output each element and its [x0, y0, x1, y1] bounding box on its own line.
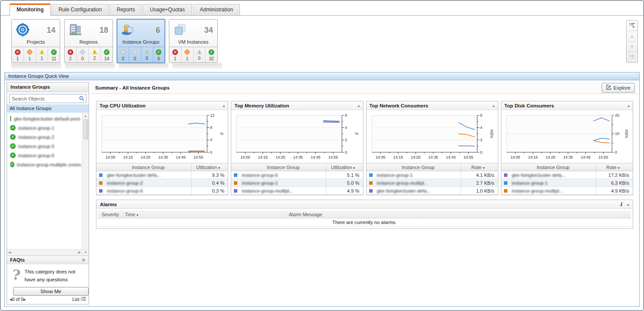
list-item[interactable]: instance-group-6 [7, 151, 82, 160]
value-header[interactable]: Utilization ▾ [326, 163, 363, 171]
tab-rule-configuration[interactable]: Rule Configuration [51, 4, 109, 15]
table-row[interactable]: gke-fsmgkecluster-defa...1.0 KB/s [367, 187, 498, 195]
next-page-icon[interactable]: ▶ [24, 298, 26, 301]
scroll-left-icon[interactable]: ◀ [8, 251, 10, 254]
table-row[interactable]: gke-fsmgkecluster-defa...9.3 % [96, 171, 228, 179]
status-fatal[interactable]: 2 [65, 47, 76, 62]
table-row[interactable]: instance-group-16.3 KB/s [501, 179, 633, 187]
status-normal[interactable]: 32 [205, 47, 217, 62]
critical-icon [27, 49, 33, 55]
svg-text:4: 4 [345, 125, 347, 130]
list-item[interactable]: gke-fsmgkecluster-default-pool- [7, 114, 82, 123]
search-input[interactable] [9, 94, 86, 103]
list-item[interactable]: instance-group-5 [7, 142, 82, 151]
scroll-down-icon[interactable]: ▼ [82, 249, 89, 256]
svg-text:14:45: 14:45 [311, 155, 320, 159]
table-row[interactable]: instance-group-multipl...2.7 KB/s [367, 179, 498, 187]
table-row[interactable]: instance-group-60.3 % [96, 187, 228, 195]
cpu-table: Instance GroupUtilization ▾ gke-fsmgkecl… [96, 163, 228, 195]
tab-administration[interactable]: Administration [193, 4, 240, 15]
list-view-toggle[interactable]: List [72, 297, 86, 302]
name-header[interactable]: Instance Group [106, 163, 191, 171]
status-warning[interactable]: 2 [89, 47, 101, 62]
collapse-icon[interactable]: ▴ [627, 202, 629, 207]
status-ok-icon [10, 162, 14, 167]
series-swatch [99, 173, 103, 177]
tile-projects[interactable]: 14 Projects 1 1 1 11 [11, 19, 60, 63]
scroll-right-icon[interactable]: ▶ [79, 251, 81, 254]
svg-text:14:15: 14:15 [393, 155, 403, 159]
tab-usage-quotas[interactable]: Usage+Quotas [143, 4, 192, 15]
tab-reports[interactable]: Reports [110, 4, 142, 15]
name-header[interactable]: Instance Group [510, 163, 596, 171]
table-row[interactable]: instance-group-20.4 % [96, 179, 228, 187]
status-critical[interactable]: 1 [24, 47, 36, 62]
status-normal[interactable]: 14 [100, 47, 113, 62]
list-item[interactable]: instance-group-multiple-zones [7, 160, 82, 169]
show-me-button[interactable]: Show Me [13, 287, 89, 296]
info-icon[interactable]: i [620, 201, 622, 207]
value-header[interactable]: Utilization ▾ [191, 163, 228, 171]
critical-icon [79, 49, 86, 55]
table-row[interactable]: instance-group-14.1 KB/s [367, 171, 498, 179]
swatch-header [231, 163, 240, 171]
svg-text:4: 4 [210, 138, 212, 142]
collapse-icon[interactable]: ▴ [627, 104, 630, 108]
vertical-scrollbar[interactable]: ▲ [82, 113, 89, 249]
table-row[interactable]: instance-group-65.1 % [231, 171, 363, 179]
horizontal-scrollbar[interactable]: ◀ ▶ [7, 249, 82, 256]
table-row[interactable]: instance-group-multipl...4.9 % [231, 187, 363, 195]
svg-text:2: 2 [345, 138, 347, 142]
list-item[interactable]: instance-group-1 [7, 123, 82, 132]
collapse-icon[interactable]: ▴ [358, 104, 360, 108]
message-column-header[interactable]: Alarm Message [286, 212, 631, 217]
table-row[interactable]: instance-group-multipl...4.9 KB/s [501, 187, 633, 195]
svg-text:2: 2 [480, 138, 482, 142]
status-ok-icon [10, 143, 16, 149]
collapse-chevron-icon[interactable]: » [81, 259, 87, 262]
severity-column-header[interactable]: Severity [98, 212, 123, 217]
tile-regions[interactable]: 18 Regions 2 0 2 14 [64, 19, 113, 63]
value-header[interactable]: Rate ▾ [461, 163, 498, 171]
table-row[interactable]: gke-fsmgkecluster-defa...17.2 KB/s [501, 171, 633, 179]
time-column-header[interactable]: Time ▾ [123, 212, 286, 217]
tile-vm-instances[interactable]: 34 VM Instances 1 1 0 32 [169, 19, 218, 63]
critical-icon [184, 49, 190, 55]
table-row[interactable]: instance-group-15.0 % [231, 179, 363, 187]
list-item[interactable]: instance-group-2 [7, 132, 82, 142]
status-fatal[interactable]: 1 [169, 47, 181, 62]
status-fatal[interactable]: 0 [117, 47, 129, 62]
scroll-up-icon[interactable]: ▲ [82, 113, 89, 119]
explore-button[interactable]: Explore [602, 83, 635, 93]
instance-groups-sidebar: Instance Groups All Instance Groups gke-… [7, 82, 89, 304]
status-normal[interactable]: 11 [48, 47, 60, 62]
record-menu-button[interactable] [627, 52, 637, 62]
tab-monitoring[interactable]: Monitoring [10, 3, 51, 16]
status-fatal[interactable]: 1 [12, 47, 24, 62]
svg-text:14:25: 14:25 [141, 155, 151, 159]
faqts-title: FAQts [10, 257, 25, 263]
sort-desc-icon: ▾ [618, 166, 620, 170]
status-critical[interactable]: 1 [181, 47, 193, 62]
status-warning[interactable]: 0 [193, 47, 206, 62]
name-header[interactable]: Instance Group [240, 163, 326, 171]
down-arrow-icon: ▼ [630, 45, 634, 49]
move-down-button[interactable]: ▼ [627, 41, 637, 52]
status-warning[interactable]: 1 [36, 47, 48, 62]
scrollbar-thumb[interactable] [83, 119, 88, 139]
move-up-button[interactable]: ▲ [627, 31, 637, 41]
status-critical[interactable]: 0 [76, 47, 89, 62]
search-icon[interactable] [79, 96, 85, 101]
actions-menu-button[interactable] [627, 21, 637, 31]
sidebar-item-all-instance-groups[interactable]: All Instance Groups [7, 104, 89, 113]
tile-instance-groups[interactable]: 6 Instance Groups 0 0 0 6 [116, 19, 165, 63]
collapse-icon[interactable]: ▴ [493, 104, 495, 108]
name-header[interactable]: Instance Group [376, 163, 461, 171]
status-warning[interactable]: 0 [141, 47, 153, 62]
value-header[interactable]: Rate ▾ [596, 163, 633, 171]
svg-text:8: 8 [210, 125, 212, 130]
status-normal[interactable]: 6 [153, 47, 164, 62]
swatch-header [367, 163, 376, 171]
collapse-icon[interactable]: ▴ [223, 104, 225, 108]
status-critical[interactable]: 0 [129, 47, 140, 62]
